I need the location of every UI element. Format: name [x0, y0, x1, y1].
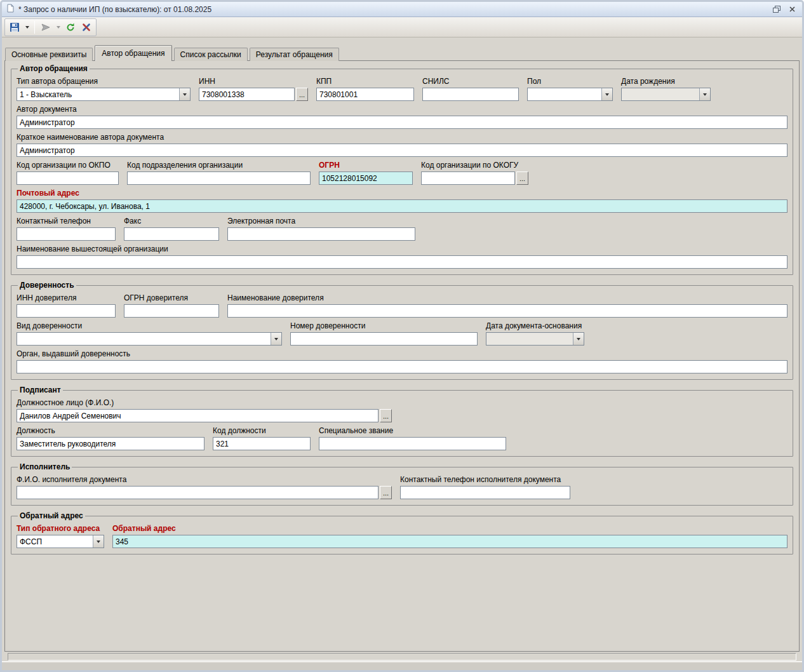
author-row-4: Код организации по ОКПО Код подразделени…	[17, 157, 787, 185]
group-executor: Исполнитель Ф.И.О. исполнителя документа…	[11, 462, 793, 506]
poa-issuer-input[interactable]	[17, 360, 787, 373]
return-address-type-combo[interactable]: ФССП	[17, 535, 104, 548]
field-signer-position: Должность	[17, 422, 204, 450]
group-executor-title: Исполнитель	[18, 462, 72, 471]
chevron-down-icon[interactable]	[573, 333, 584, 345]
chevron-down-icon[interactable]	[699, 88, 710, 100]
save-dropdown-button[interactable]	[23, 20, 31, 35]
doc-author-input[interactable]	[17, 116, 787, 129]
poa-kind-combo[interactable]	[17, 332, 282, 346]
restore-button[interactable]	[770, 4, 782, 15]
fax-label: Факс	[124, 217, 219, 225]
tab-author[interactable]: Автор обращения	[95, 45, 171, 61]
poa-issuer-label: Орган, выдавший доверенность	[17, 349, 787, 358]
poa-kind-value	[17, 333, 271, 345]
poa-ogrn-input[interactable]	[124, 304, 219, 318]
poa-number-label: Номер доверенности	[290, 321, 478, 330]
ogrn-label: ОГРН	[319, 161, 413, 170]
email-input[interactable]	[227, 227, 415, 241]
gender-label: Пол	[527, 77, 613, 86]
refresh-icon	[65, 22, 76, 32]
tab-main-details[interactable]: Основные реквизиты	[5, 48, 93, 61]
okpo-input[interactable]	[17, 171, 119, 185]
parent-org-label: Наименование вышестоящей организации	[17, 245, 787, 253]
signer-rank-input[interactable]	[319, 437, 506, 450]
postal-address-label: Почтовый адрес	[17, 189, 787, 198]
inn-lookup-button[interactable]: ...	[296, 88, 308, 101]
kpp-label: КПП	[316, 77, 414, 86]
birthdate-picker[interactable]	[621, 88, 711, 101]
refresh-button[interactable]	[63, 20, 78, 35]
field-poa-name: Наименование доверителя	[227, 290, 787, 318]
signer-position-input[interactable]	[17, 437, 204, 450]
toolbar-band	[4, 18, 97, 36]
kpp-input[interactable]	[316, 88, 414, 101]
save-icon	[10, 22, 20, 32]
tab-result[interactable]: Результат обращения	[250, 48, 339, 61]
poa-ogrn-label: ОГРН доверителя	[124, 293, 219, 302]
tools-icon	[81, 22, 91, 32]
poa-inn-input[interactable]	[17, 304, 116, 318]
okogu-input[interactable]	[421, 171, 515, 185]
short-name-input[interactable]	[17, 144, 787, 157]
gender-combo[interactable]	[527, 88, 613, 101]
status-bar-outer	[2, 661, 802, 670]
contact-phone-label: Контактный телефон	[17, 217, 116, 225]
poa-name-input[interactable]	[227, 304, 787, 318]
executor-fio-lookup-button[interactable]: ...	[380, 486, 392, 499]
author-row-2: Автор документа	[17, 101, 787, 129]
chevron-down-icon[interactable]	[179, 88, 190, 100]
snils-input[interactable]	[422, 88, 519, 101]
group-return-address: Обратный адрес Тип обратного адреса ФССП…	[11, 511, 793, 554]
okpo-label: Код организации по ОКПО	[17, 161, 119, 170]
executor-fio-label: Ф.И.О. исполнителя документа	[17, 475, 392, 484]
signer-position-label: Должность	[17, 426, 204, 435]
birthdate-label: Дата рождения	[621, 77, 711, 86]
okogu-lookup-button[interactable]: ...	[516, 171, 528, 185]
contact-phone-input[interactable]	[17, 227, 116, 241]
executor-phone-input[interactable]	[400, 486, 570, 499]
poa-basis-date-picker[interactable]	[486, 332, 584, 346]
return-address-input[interactable]	[112, 535, 787, 548]
field-postal-address: Почтовый адрес	[17, 185, 787, 213]
ogrn-input[interactable]	[319, 171, 413, 185]
field-return-address-type: Тип обратного адреса ФССП	[17, 520, 104, 548]
parent-org-input[interactable]	[17, 255, 787, 269]
document-icon	[6, 4, 15, 15]
send-icon	[41, 22, 51, 32]
send-button[interactable]	[38, 20, 53, 35]
field-parent-org: Наименование вышестоящей организации	[17, 241, 787, 269]
tools-button[interactable]	[79, 20, 94, 35]
inn-label: ИНН	[199, 77, 308, 86]
tab-strip: Основные реквизиты Автор обращения Списо…	[2, 37, 802, 60]
signer-position-code-input[interactable]	[213, 437, 311, 450]
executor-fio-input[interactable]	[17, 486, 379, 499]
executor-phone-label: Контактный телефон исполнителя документа	[400, 475, 570, 484]
author-type-combo[interactable]: 1 - Взыскатель	[17, 88, 191, 101]
chevron-down-icon[interactable]	[601, 88, 612, 100]
poa-row-1: ИНН доверителя ОГРН доверителя Наименова…	[17, 290, 787, 318]
return-address-label: Обратный адрес	[112, 524, 787, 533]
field-contact-phone: Контактный телефон	[17, 213, 116, 241]
tab-mailing-list[interactable]: Список рассылки	[174, 48, 248, 61]
division-input[interactable]	[127, 171, 311, 185]
poa-number-input[interactable]	[290, 332, 478, 346]
inn-input[interactable]	[199, 88, 295, 101]
tab-page-author: Автор обращения Тип автора обращения 1 -…	[4, 60, 800, 652]
chevron-down-icon[interactable]	[271, 333, 281, 345]
postal-address-input[interactable]	[17, 199, 787, 213]
poa-row-3: Орган, выдавший доверенность	[17, 346, 787, 373]
signer-official-lookup-button[interactable]: ...	[380, 409, 392, 422]
status-bar-inner	[8, 653, 796, 661]
okogu-label: Код организации по ОКОГУ	[421, 161, 528, 170]
close-button[interactable]	[786, 4, 798, 15]
chevron-down-icon[interactable]	[93, 535, 104, 548]
field-snils: СНИЛС	[422, 73, 519, 101]
save-button[interactable]	[7, 20, 22, 35]
signer-official-input[interactable]	[17, 409, 379, 422]
poa-basis-date-value	[486, 333, 573, 345]
signer-rank-label: Специальное звание	[319, 426, 506, 435]
send-dropdown-button[interactable]	[54, 20, 62, 35]
fax-input[interactable]	[124, 227, 219, 241]
field-signer-official: Должностное лицо (Ф.И.О.) ...	[17, 394, 392, 422]
